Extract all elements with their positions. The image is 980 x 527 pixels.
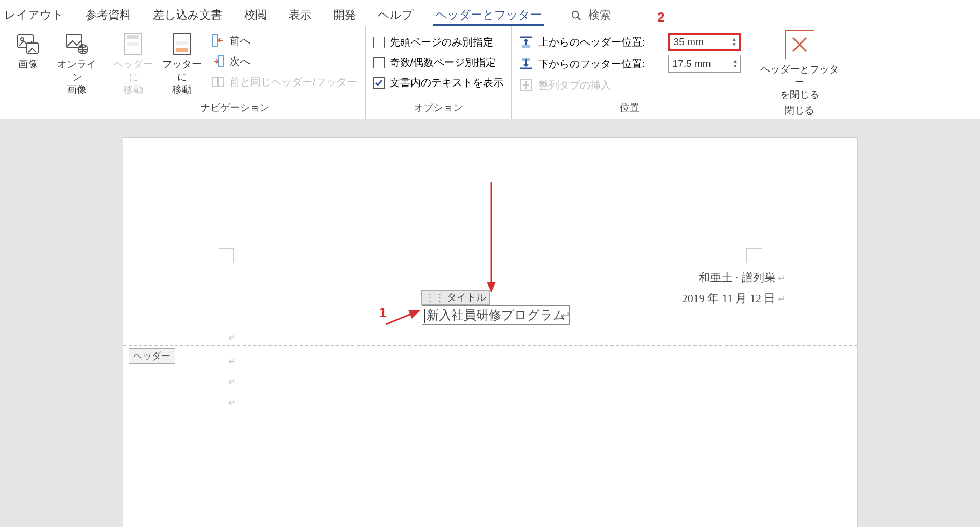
link-previous-button: 前と同じヘッダー/フッター: [210, 72, 358, 92]
search-icon[interactable]: [571, 8, 582, 22]
checkbox-checked-icon: [373, 77, 385, 89]
option-first-page-label: 先頭ページのみ別指定: [390, 35, 493, 49]
header-icon: [121, 32, 145, 56]
spinner-arrows-icon[interactable]: ▲▼: [732, 37, 737, 47]
tab-view[interactable]: 表示: [287, 4, 314, 26]
svg-line-24: [386, 311, 419, 324]
online-image-icon: [65, 32, 89, 56]
group-options-label: オプション: [414, 99, 463, 117]
footer-bottom-spinner[interactable]: 17.5 mm ▲▼: [668, 55, 741, 73]
image-icon: [16, 32, 40, 56]
group-navigation-label: ナビゲーション: [201, 99, 269, 117]
tab-references[interactable]: 参考資料: [83, 4, 133, 26]
svg-rect-9: [127, 42, 139, 46]
annotation-number-2: 2: [657, 9, 664, 25]
online-image-button[interactable]: オンライン 画像: [56, 30, 97, 96]
svg-rect-14: [219, 55, 224, 67]
group-close: ヘッダーとフッター を閉じる 閉じる: [748, 26, 851, 119]
tab-header-footer[interactable]: ヘッダーとフッター: [433, 4, 544, 26]
margin-corner-icon: [219, 248, 234, 263]
paragraph-mark-icon: ↵: [228, 355, 236, 367]
title-tag-label: タイトル: [447, 291, 486, 304]
tab-help[interactable]: ヘルプ: [376, 4, 416, 26]
header-top-label: 上からのヘッダー位置:: [538, 35, 663, 49]
goto-footer-label: フッターに 移動: [161, 58, 203, 96]
paragraph-mark-icon: ↵: [776, 273, 786, 283]
header-top-value: 35 mm: [674, 36, 704, 48]
goto-footer-button[interactable]: フッターに 移動: [161, 30, 203, 96]
group-illustrations: 画像 オンライン 画像: [0, 26, 105, 119]
close-header-footer-label: ヘッダーとフッター を閉じる: [756, 63, 844, 102]
svg-point-3: [21, 38, 24, 41]
paragraph-mark-icon: ↵: [562, 309, 571, 321]
ribbon: 画像 オンライン 画像: [0, 26, 980, 119]
svg-rect-18: [522, 45, 530, 48]
svg-rect-13: [212, 35, 218, 46]
tab-layout[interactable]: レイアウト: [2, 4, 66, 26]
align-tab-label: 整列タブの挿入: [538, 78, 611, 92]
paragraph-mark-icon: ↵: [228, 397, 236, 408]
online-image-label: オンライン 画像: [56, 58, 97, 96]
next-icon: [211, 54, 225, 68]
annotation-number-1: 1: [379, 305, 387, 321]
previous-icon: [211, 33, 225, 48]
annotation-arrow-1-icon: [382, 304, 424, 330]
option-show-doc-text-label: 文書内のテキストを表示: [390, 76, 504, 90]
footer-position-icon: [519, 56, 533, 71]
page[interactable]: ヘッダー 和亜土 · 譜列巣↵ 2019 年 11 月 12 日↵ ⋮⋮ タイト…: [123, 138, 857, 527]
footer-icon: [170, 32, 194, 56]
paragraph-mark-icon: ↵: [228, 376, 236, 388]
align-tab-icon: [519, 78, 533, 92]
goto-header-label: ヘッダーに 移動: [112, 58, 154, 96]
group-position-label: 位置: [620, 99, 640, 117]
annotation-arrow-2-icon: [486, 182, 496, 296]
svg-rect-12: [176, 48, 188, 52]
option-first-page[interactable]: 先頭ページのみ別指定: [373, 32, 504, 52]
title-text: 新入社員研修プログラム: [427, 308, 566, 322]
paragraph-mark-icon: ↵: [228, 332, 236, 344]
header-top-spinner[interactable]: 35 mm ▲▼: [668, 33, 741, 51]
paragraph-mark-icon: ↵: [776, 294, 786, 304]
checkbox-unchecked-icon: [373, 37, 385, 48]
margin-corner-icon: [746, 248, 762, 263]
link-previous-label: 前と同じヘッダー/フッター: [230, 75, 357, 89]
checkbox-unchecked-icon: [373, 57, 385, 68]
document-area: ヘッダー 和亜土 · 譜列巣↵ 2019 年 11 月 12 日↵ ⋮⋮ タイト…: [0, 138, 980, 527]
tab-review[interactable]: 校閲: [242, 4, 269, 26]
header-region-badge: ヘッダー: [129, 348, 175, 364]
spinner-arrows-icon[interactable]: ▲▼: [733, 59, 738, 69]
close-icon: [785, 30, 814, 59]
previous-label: 前へ: [230, 34, 250, 48]
svg-rect-11: [176, 41, 188, 45]
close-header-footer-button[interactable]: ヘッダーとフッター を閉じる: [756, 30, 844, 102]
goto-header-button: ヘッダーに 移動: [112, 30, 154, 96]
tab-mailings[interactable]: 差し込み文書: [151, 4, 224, 26]
header-position-icon: [519, 35, 533, 49]
svg-point-0: [572, 11, 579, 18]
footer-bottom-value: 17.5 mm: [673, 58, 711, 69]
drag-handle-icon[interactable]: ⋮⋮: [425, 292, 445, 304]
align-tab-button: 整列タブの挿入: [519, 75, 741, 92]
header-right-block[interactable]: 和亜土 · 譜列巣↵ 2019 年 11 月 12 日↵: [682, 267, 786, 308]
next-button[interactable]: 次へ: [210, 51, 358, 72]
svg-rect-8: [127, 35, 139, 39]
author-name: 和亜土 · 譜列巣: [699, 271, 776, 284]
title-content-control-tag[interactable]: ⋮⋮ タイトル: [421, 290, 490, 305]
document-date: 2019 年 11 月 12 日: [682, 292, 776, 305]
svg-line-1: [578, 17, 581, 20]
previous-button[interactable]: 前へ: [210, 30, 358, 51]
option-show-doc-text[interactable]: 文書内のテキストを表示: [373, 73, 504, 93]
svg-rect-16: [219, 77, 224, 87]
search-label[interactable]: 検索: [588, 7, 611, 23]
title-content-control[interactable]: 新入社員研修プログラム: [422, 305, 570, 325]
group-options: 先頭ページのみ別指定 奇数/偶数ページ別指定 文書内のテキストを表示 オプション: [366, 26, 512, 119]
group-illustrations-spacer: [51, 101, 53, 117]
next-label: 次へ: [230, 54, 250, 68]
option-odd-even-label: 奇数/偶数ページ別指定: [390, 55, 496, 69]
insert-image-label: 画像: [18, 58, 38, 71]
footer-bottom-label: 下からのフッター位置:: [538, 57, 663, 71]
link-previous-icon: [211, 75, 225, 89]
tab-developer[interactable]: 開発: [331, 4, 358, 26]
insert-image-button[interactable]: 画像: [7, 30, 49, 71]
option-odd-even[interactable]: 奇数/偶数ページ別指定: [373, 52, 504, 73]
